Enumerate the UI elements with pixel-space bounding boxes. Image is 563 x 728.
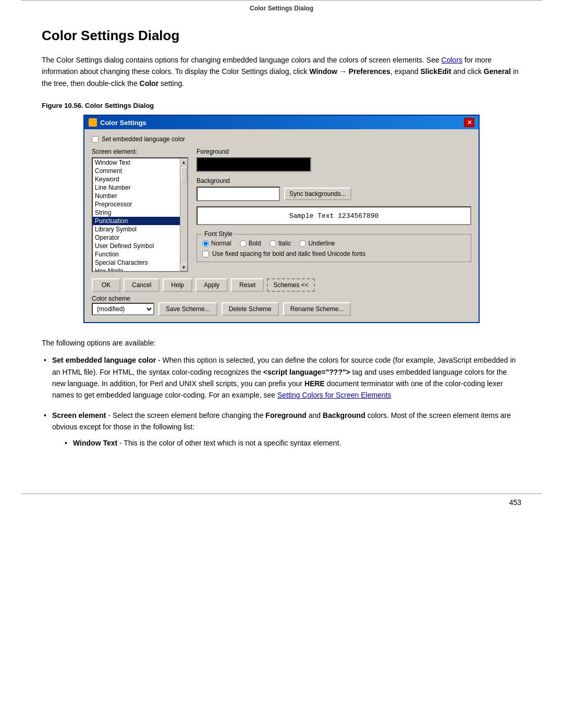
embedded-language-label: Set embedded language color xyxy=(102,135,185,143)
dialog-titlebar: Color Settings ✕ xyxy=(84,116,479,129)
dialog-close-button[interactable]: ✕ xyxy=(464,118,474,127)
radio-bold-label[interactable]: Bold xyxy=(240,240,261,247)
intro-bold-color: Color xyxy=(140,79,159,88)
intro-bold-general: General xyxy=(484,67,511,76)
background-label: Background xyxy=(197,177,471,184)
cancel-button[interactable]: Cancel xyxy=(124,278,160,292)
header-label: Color Settings Dialog xyxy=(250,5,313,12)
foreground-color-box[interactable] xyxy=(197,157,311,172)
colors-link[interactable]: Colors xyxy=(442,56,462,64)
save-scheme-button[interactable]: Save Scheme... xyxy=(158,302,217,316)
radio-underline[interactable] xyxy=(299,240,306,247)
list-item[interactable]: Line Number xyxy=(93,183,180,192)
top-rule: Color Settings Dialog xyxy=(21,0,542,12)
scroll-thumb[interactable] xyxy=(181,167,187,182)
scroll-down-btn[interactable]: ▼ xyxy=(180,264,188,271)
font-style-group: Font Style Normal Bold xyxy=(197,230,471,262)
background-row: Sync backgrounds... xyxy=(197,187,471,201)
list-item-embedded: Set embedded language color - When this … xyxy=(42,354,521,401)
intro-arrow: → xyxy=(337,67,349,76)
dialog-buttons: OK Cancel Help Apply Reset Schemes << xyxy=(92,278,471,292)
figure-caption: Figure 10.56. Color Settings Dialog xyxy=(42,102,521,109)
sub-text-1: - This is the color of other text which … xyxy=(119,439,341,447)
font-style-radio-row: Normal Bold Italic xyxy=(202,240,466,247)
bullet-fg-bold: Foreground xyxy=(265,411,307,419)
list-item[interactable]: Comment xyxy=(93,167,180,175)
sample-text: Sample Text 1234567890 xyxy=(289,212,379,220)
sync-backgrounds-button[interactable]: Sync backgrounds... xyxy=(284,188,351,200)
list-item[interactable]: Preprocessor xyxy=(93,200,180,208)
intro-bold-window: Window xyxy=(309,67,337,76)
list-item[interactable]: User Defined Symbol xyxy=(93,242,180,250)
delete-scheme-button[interactable]: Delete Scheme xyxy=(222,302,279,316)
bullet-text-2: - Select the screen element before chang… xyxy=(108,411,265,419)
list-item[interactable]: Keyword xyxy=(93,175,180,183)
apply-button[interactable]: Apply xyxy=(195,278,228,292)
intro-text-6: setting. xyxy=(158,79,184,88)
reset-button[interactable]: Reset xyxy=(231,278,264,292)
color-scheme-label: Color scheme xyxy=(92,295,471,302)
list-item-selected[interactable]: Punctuation xyxy=(93,217,180,225)
bullet-code-1: <script language="???"> xyxy=(263,368,350,376)
bullet-bold-2: Screen element xyxy=(52,411,106,419)
radio-normal-label[interactable]: Normal xyxy=(202,240,231,247)
dialog-title-icon xyxy=(89,118,97,127)
embedded-language-checkbox[interactable] xyxy=(92,136,99,143)
listbox-items: Window Text Comment Keyword Line Number … xyxy=(93,158,180,271)
screen-element-label: Screen element: xyxy=(92,148,188,155)
foreground-label: Foreground xyxy=(197,148,471,155)
intro-paragraph: The Color Settings dialog contains optio… xyxy=(42,54,521,89)
radio-underline-label[interactable]: Underline xyxy=(299,240,335,247)
list-item[interactable]: Window Text xyxy=(93,158,180,167)
bullet-bold-1: Set embedded language color xyxy=(52,356,156,364)
dialog-main-row: Screen element: Window Text Comment Keyw… xyxy=(92,148,471,272)
main-list: Set embedded language color - When this … xyxy=(42,354,521,449)
dialog-body: Set embedded language color Screen eleme… xyxy=(84,129,479,322)
list-item[interactable]: Library Symbol xyxy=(93,225,180,233)
bullet-here-bold: HERE xyxy=(304,379,325,388)
intro-text-3: , expand xyxy=(390,67,421,76)
radio-underline-text: Underline xyxy=(308,240,335,247)
radio-italic[interactable] xyxy=(270,240,276,247)
list-item[interactable]: Number xyxy=(93,192,180,200)
fixed-spacing-label: Use fixed spacing for bold and italic fi… xyxy=(212,250,365,257)
intro-text-4: and click xyxy=(451,67,484,76)
scrollbar[interactable]: ▲ ▼ xyxy=(180,158,187,271)
color-scheme-section: Color scheme (modified) Save Scheme... D… xyxy=(92,295,471,316)
background-color-box[interactable] xyxy=(197,187,280,201)
screen-element-panel: Screen element: Window Text Comment Keyw… xyxy=(92,148,188,272)
list-item[interactable]: Hex Mode xyxy=(93,267,180,271)
schemes-button[interactable]: Schemes << xyxy=(267,278,314,292)
sub-list-item-window-text: Window Text - This is the color of other… xyxy=(63,437,521,449)
color-settings-dialog: Color Settings ✕ Set embedded language c… xyxy=(83,115,480,323)
content-area: Color Settings Dialog The Color Settings… xyxy=(0,12,563,478)
content-section: The following options are available: Set… xyxy=(42,339,521,449)
ok-button[interactable]: OK xyxy=(92,278,120,292)
list-item[interactable]: Special Characters xyxy=(93,258,180,267)
dialog-title-area: Color Settings xyxy=(89,118,146,127)
color-scheme-dropdown[interactable]: (modified) xyxy=(92,303,154,315)
fixed-spacing-row: Use fixed spacing for bold and italic fi… xyxy=(202,250,466,257)
radio-normal[interactable] xyxy=(202,240,209,247)
intro-bold-slickedit: SlickEdit xyxy=(420,67,451,76)
rename-scheme-button[interactable]: Rename Scheme... xyxy=(283,302,351,316)
list-item[interactable]: Operator xyxy=(93,233,180,242)
list-item[interactable]: Function xyxy=(93,250,180,258)
right-panel: Foreground Background Sync backgrounds..… xyxy=(197,148,471,272)
scroll-up-btn[interactable]: ▲ xyxy=(180,158,188,166)
sample-text-box: Sample Text 1234567890 xyxy=(197,206,471,225)
intro-text-1: The Color Settings dialog contains optio… xyxy=(42,56,442,64)
sub-list: Window Text - This is the color of other… xyxy=(52,437,521,449)
sub-bold-1: Window Text xyxy=(73,439,117,447)
setting-colors-link[interactable]: Setting Colors for Screen Elements xyxy=(277,391,391,399)
radio-italic-label[interactable]: Italic xyxy=(270,240,291,247)
help-button[interactable]: Help xyxy=(163,278,192,292)
list-item-screen-element: Screen element - Select the screen eleme… xyxy=(42,410,521,449)
fixed-spacing-checkbox[interactable] xyxy=(202,251,209,257)
list-item[interactable]: String xyxy=(93,208,180,217)
bullet-text-2b: and xyxy=(309,411,323,419)
radio-bold[interactable] xyxy=(240,240,247,247)
dialog-title-text: Color Settings xyxy=(100,119,146,127)
page-number: 453 xyxy=(0,494,563,511)
element-listbox[interactable]: Window Text Comment Keyword Line Number … xyxy=(92,157,188,272)
